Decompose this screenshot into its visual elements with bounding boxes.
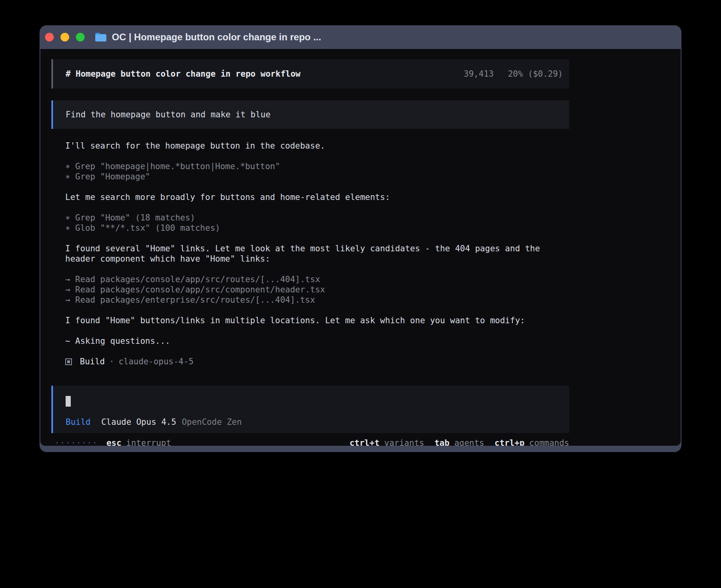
terminal-content: # Homepage button color change in repo w… (40, 49, 681, 446)
shortcut-commands: ctrl+p commands (495, 438, 569, 446)
shortcut-agents: tab agents (434, 438, 484, 446)
session-title: # Homepage button color change in repo w… (66, 69, 300, 79)
input-provider-label: OpenCode Zen (182, 417, 242, 427)
agent-icon (65, 358, 72, 365)
status-right: ctrl+t variants tab agents ctrl+p comman… (349, 438, 569, 446)
tab-key-hint: tab (434, 438, 449, 446)
agent-status: Build · claude-opus-4-5 (65, 356, 569, 367)
zoom-button[interactable] (76, 33, 85, 41)
status-left: ········ esc interrupt (55, 438, 171, 446)
session-stats: 39,41320% ($0.29) (464, 69, 563, 79)
input-model-label[interactable]: Claude Opus 4.5 (101, 417, 176, 427)
tool-call-read: → Read packages/console/app/src/componen… (65, 285, 569, 295)
window-titlebar[interactable]: OC | Homepage button color change in rep… (40, 25, 681, 49)
assistant-status-text: ~ Asking questions... (65, 336, 569, 346)
title-group: OC | Homepage button color change in rep… (95, 32, 321, 43)
tool-call-read: → Read packages/enterprise/src/routes/[.… (65, 295, 569, 305)
variants-label: variants (384, 438, 424, 446)
tool-call-glob: ∗ Glob "**/*.tsx" (100 matches) (65, 223, 569, 233)
tool-call-group: ∗ Grep "homepage|home.*button|Home.*butt… (65, 161, 569, 182)
user-message-text: Find the homepage button and make it blu… (66, 109, 270, 120)
tool-call-group: → Read packages/console/app/src/routes/[… (65, 274, 569, 305)
transcript: I'll search for the homepage button in t… (51, 141, 569, 377)
input-mode-label[interactable]: Build (66, 417, 91, 427)
message-input[interactable]: Build Claude Opus 4.5 OpenCode Zen (51, 386, 569, 433)
input-meta: Build Claude Opus 4.5 OpenCode Zen (66, 417, 569, 427)
window-title: OC | Homepage button color change in rep… (112, 32, 321, 43)
activity-dots: ········ (55, 438, 98, 446)
tool-call-read: → Read packages/console/app/src/routes/[… (65, 274, 569, 285)
agent-separator: · (109, 356, 114, 367)
tool-call-grep: ∗ Grep "Homepage" (65, 172, 569, 182)
assistant-text: I found several "Home" links. Let me loo… (65, 243, 569, 254)
minimize-button[interactable] (60, 33, 69, 41)
context-usage: 20% ($0.29) (508, 69, 563, 79)
token-count: 39,413 (464, 69, 494, 79)
assistant-paragraph: I'll search for the homepage button in t… (65, 141, 569, 151)
ctrl-t-key-hint: ctrl+t (349, 438, 379, 446)
tool-call-group: ∗ Grep "Home" (18 matches) ∗ Glob "**/*.… (65, 213, 569, 233)
agents-label: agents (454, 438, 484, 446)
interrupt-label: interrupt (126, 438, 171, 446)
status-bar: ········ esc interrupt ctrl+t variants t… (51, 438, 569, 446)
user-message: Find the homepage button and make it blu… (51, 100, 569, 129)
assistant-text: Let me search more broadly for buttons a… (65, 192, 569, 202)
folder-icon (95, 32, 107, 42)
traffic-lights (45, 33, 85, 41)
esc-key-hint: esc (106, 438, 121, 446)
shortcut-variants: ctrl+t variants (349, 438, 424, 446)
agent-name: Build (80, 356, 105, 367)
session-header: # Homepage button color change in repo w… (51, 59, 569, 89)
agent-model: claude-opus-4-5 (119, 356, 194, 367)
assistant-paragraph: Let me search more broadly for buttons a… (65, 192, 569, 202)
assistant-text: I'll search for the homepage button in t… (65, 141, 569, 151)
text-cursor (66, 396, 71, 407)
tool-call-grep: ∗ Grep "homepage|home.*button|Home.*butt… (65, 161, 569, 172)
assistant-paragraph: I found "Home" buttons/links in multiple… (65, 315, 569, 326)
assistant-text: I found "Home" buttons/links in multiple… (65, 315, 569, 326)
assistant-text: header component which have "Home" links… (65, 254, 569, 264)
close-button[interactable] (45, 33, 54, 41)
commands-label: commands (529, 438, 569, 446)
ctrl-p-key-hint: ctrl+p (495, 438, 525, 446)
tool-call-grep: ∗ Grep "Home" (18 matches) (65, 213, 569, 223)
terminal-window: OC | Homepage button color change in rep… (40, 25, 681, 452)
assistant-paragraph: ~ Asking questions... (65, 336, 569, 346)
assistant-paragraph: I found several "Home" links. Let me loo… (65, 243, 569, 264)
